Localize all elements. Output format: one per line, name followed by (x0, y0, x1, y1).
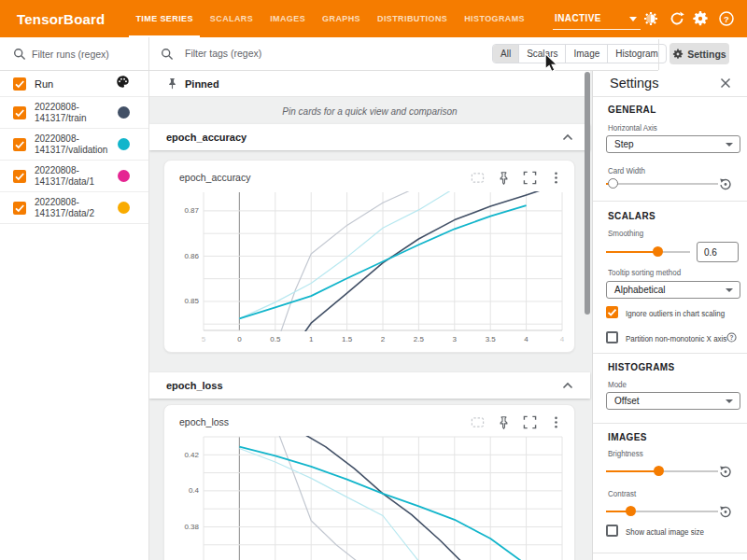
svg-text:0.38: 0.38 (184, 523, 199, 531)
run-checkbox[interactable] (13, 170, 26, 183)
run-checkbox[interactable] (13, 106, 26, 119)
line-chart-epoch-loss[interactable]: 0.360.380.40.4200.511.522.533.54 (164, 431, 576, 560)
gear-icon[interactable] (692, 10, 709, 27)
svg-text:0.85: 0.85 (184, 297, 199, 305)
histogram-mode-select[interactable]: Offset (606, 392, 740, 410)
image-toggle-icon[interactable] (471, 171, 485, 185)
search-icon (161, 48, 174, 61)
show-actual-size-checkbox[interactable] (606, 525, 618, 537)
chevron-down-icon (726, 288, 733, 292)
settings-panel: Settings GENERAL Horizontal Axis Step Ca… (592, 71, 747, 560)
images-section-label: IMAGES (608, 432, 647, 442)
filter-runs-placeholder: Filter runs (regex) (32, 49, 109, 60)
run-checkbox[interactable] (13, 77, 26, 91)
fullscreen-icon[interactable] (523, 171, 537, 185)
pin-icon (166, 77, 178, 90)
pin-card-icon[interactable] (497, 415, 511, 429)
tab-images[interactable]: IMAGES (261, 0, 314, 37)
svg-text:0.86: 0.86 (184, 252, 199, 260)
close-icon[interactable] (720, 77, 731, 89)
svg-text:3: 3 (453, 335, 458, 343)
svg-text:1: 1 (309, 335, 314, 343)
svg-text:4: 4 (524, 335, 529, 343)
partition-x-label: Partition non-monotonic X axis (626, 334, 726, 343)
smoothing-value-input[interactable]: 0.6 (697, 242, 739, 262)
run-row[interactable]: 20220808-141317/data/2 (0, 192, 148, 224)
run-name: 20220808-141317/validation (35, 133, 107, 156)
tooltip-sorting-label: Tooltip sorting method (608, 268, 681, 277)
run-color-dot (118, 202, 130, 214)
tab-histograms[interactable]: HISTOGRAMS (456, 0, 533, 37)
ignore-outliers-checkbox[interactable] (606, 306, 618, 318)
palette-icon[interactable] (116, 75, 130, 92)
svg-text:?: ? (730, 334, 734, 341)
search-icon (13, 48, 26, 61)
filter-runs-input[interactable]: Filter runs (regex) (0, 37, 149, 70)
svg-text:5: 5 (202, 335, 206, 343)
run-row[interactable]: 20220808-141317/validation (0, 129, 148, 161)
main-nav: TIME SERIESSCALARSIMAGESGRAPHSDISTRIBUTI… (127, 0, 533, 37)
run-status-selector[interactable]: INACTIVE (553, 7, 641, 30)
line-chart-epoch-accuracy[interactable]: 0.850.860.8700.511.522.533.5454 (164, 187, 576, 347)
help-icon[interactable]: ? (718, 10, 735, 27)
brightness-slider[interactable] (606, 466, 718, 477)
refresh-icon[interactable] (669, 10, 685, 27)
horizontal-axis-select[interactable]: Step (606, 135, 740, 153)
filter-scalars[interactable]: Scalars (519, 45, 566, 63)
image-toggle-icon[interactable] (471, 415, 485, 429)
app-header: TensorBoard TIME SERIESSCALARSIMAGESGRAP… (0, 0, 747, 37)
reset-icon[interactable] (719, 505, 732, 518)
pinned-section-header: Pinned (149, 71, 590, 97)
svg-text:0.5: 0.5 (270, 335, 281, 343)
scrollbar-thumb[interactable] (585, 72, 590, 315)
run-row[interactable]: 20220808-141317/data/1 (0, 161, 148, 192)
contrast-slider[interactable] (606, 506, 718, 517)
cards-area: Pinned Pin cards for a quick view and co… (149, 71, 592, 560)
pin-card-icon[interactable] (497, 171, 511, 185)
chevron-down-icon (629, 17, 637, 21)
tab-distributions[interactable]: DISTRIBUTIONS (369, 0, 456, 37)
filter-image[interactable]: Image (566, 45, 608, 63)
scalars-section-label: SCALARS (608, 211, 655, 221)
run-row[interactable]: 20220808-141317/train (0, 97, 148, 129)
brightness-icon[interactable] (642, 10, 659, 27)
scalar-card-epoch-accuracy: epoch_accuracy (163, 160, 575, 353)
smoothing-slider[interactable] (606, 246, 690, 258)
svg-text:?: ? (724, 14, 729, 24)
card-width-label: Card Width (608, 166, 645, 175)
reset-icon[interactable] (719, 465, 732, 478)
tag-type-filter-group: AllScalarsImageHistogram (492, 44, 667, 63)
tooltip-sorting-select[interactable]: Alphabetical (606, 281, 740, 299)
filter-histogram[interactable]: Histogram (608, 45, 666, 63)
more-options-icon[interactable] (549, 171, 563, 185)
contrast-label: Contrast (608, 489, 636, 498)
fullscreen-icon[interactable] (523, 415, 537, 429)
svg-text:2: 2 (381, 335, 386, 343)
histogram-mode-label: Mode (608, 380, 627, 389)
tab-graphs[interactable]: GRAPHS (314, 0, 369, 37)
settings-button[interactable]: Settings (669, 43, 729, 64)
settings-panel-title: Settings (610, 76, 658, 91)
help-icon[interactable]: ? (726, 332, 737, 343)
svg-text:0: 0 (237, 335, 242, 343)
svg-text:1.5: 1.5 (342, 335, 353, 343)
general-section-label: GENERAL (608, 105, 656, 115)
run-checkbox[interactable] (13, 202, 26, 215)
tab-time-series[interactable]: TIME SERIES (127, 0, 201, 37)
collapse-chevron-icon[interactable] (562, 382, 573, 389)
card-width-slider[interactable] (606, 178, 718, 189)
filter-all[interactable]: All (493, 45, 519, 63)
show-actual-size-label: Show actual image size (626, 527, 704, 537)
partition-x-checkbox[interactable] (606, 331, 618, 343)
more-options-icon[interactable] (549, 415, 563, 429)
reset-icon[interactable] (719, 177, 732, 190)
run-color-dot (118, 138, 130, 150)
run-color-dot (118, 170, 130, 182)
run-list-header[interactable]: Run (0, 71, 148, 97)
filter-tags-placeholder[interactable]: Filter tags (regex) (185, 48, 261, 59)
svg-text:4: 4 (560, 335, 565, 343)
run-checkbox[interactable] (13, 138, 26, 151)
tab-scalars[interactable]: SCALARS (202, 0, 261, 37)
toolbar-divider (658, 39, 659, 70)
collapse-chevron-icon[interactable] (562, 133, 573, 141)
